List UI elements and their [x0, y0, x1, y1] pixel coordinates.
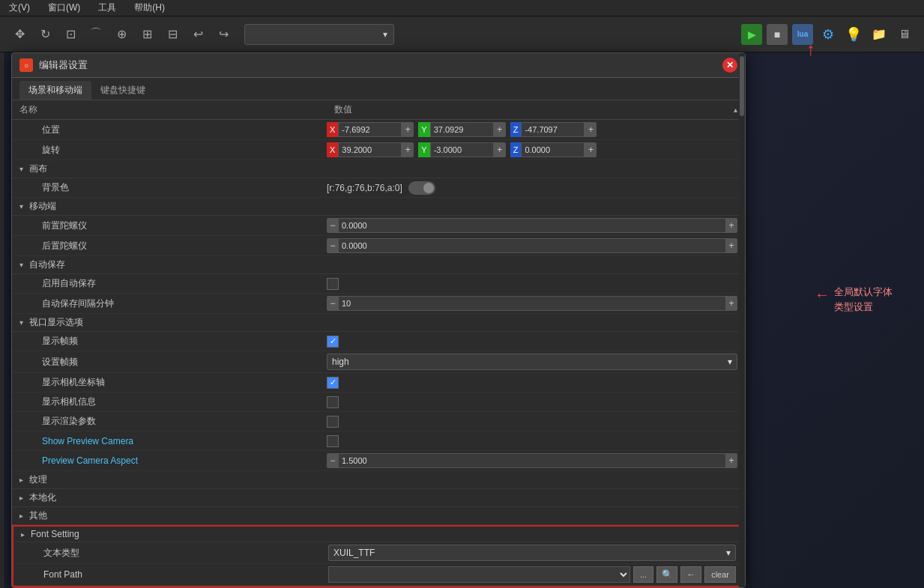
stop-button[interactable]: ■	[767, 24, 788, 45]
position-x-plus[interactable]: +	[402, 122, 414, 137]
tab-scene-mobile[interactable]: 场景和移动端	[19, 81, 91, 100]
show-preview-camera-checkbox[interactable]	[327, 435, 339, 447]
position-z-plus[interactable]: +	[585, 122, 597, 137]
autosave-interval-minus[interactable]: −	[327, 296, 339, 311]
rotation-z-field[interactable]	[521, 142, 585, 157]
position-y-input[interactable]: Y +	[418, 122, 505, 137]
viewport-section-header[interactable]: ▾ 视口显示选项	[12, 314, 745, 332]
curve-icon[interactable]: ⌒	[85, 24, 106, 45]
set-fps-value: high ▾	[327, 354, 737, 370]
globe-icon[interactable]: ⊕	[111, 24, 132, 45]
rotation-z-plus[interactable]: +	[585, 142, 597, 157]
scroll-thumb[interactable]	[740, 56, 744, 116]
text-type-label: 文本类型	[43, 547, 328, 560]
font-setting-header[interactable]: ▸ Font Setting	[13, 527, 743, 542]
annotation-text: 全局默认字体类型设置	[834, 285, 902, 314]
x-label: X	[327, 122, 338, 137]
grid-icon[interactable]: ⊟	[162, 24, 183, 45]
preview-aspect-plus[interactable]: +	[725, 453, 737, 468]
bg-color-toggle[interactable]	[408, 181, 435, 195]
localization-section-header[interactable]: ▸ 本地化	[12, 489, 745, 507]
set-fps-dropdown[interactable]: high ▾	[327, 354, 737, 370]
autosave-interval-plus[interactable]: +	[725, 296, 737, 311]
editor-settings-modal: ○ 编辑器设置 ✕ 场景和移动端 键盘快捷键 名称 数值 ▴	[11, 52, 746, 588]
autosave-interval-field[interactable]	[339, 296, 725, 311]
menu-item-file[interactable]: 文(V)	[6, 0, 33, 16]
show-fps-value	[327, 336, 737, 348]
menu-item-tools[interactable]: 工具	[95, 0, 119, 16]
show-render-params-label: 显示渲染参数	[42, 415, 327, 428]
folder-button[interactable]: 📁	[869, 24, 890, 45]
tab-keyboard-shortcuts[interactable]: 键盘快捷键	[91, 81, 154, 100]
front-gyro-minus[interactable]: −	[327, 218, 339, 233]
position-z-input[interactable]: Z +	[510, 122, 597, 137]
position-y-field[interactable]	[430, 122, 494, 137]
front-gyro-plus[interactable]: +	[725, 218, 737, 233]
canvas-section-header[interactable]: ▾ 画布	[12, 160, 745, 178]
rotation-y-input[interactable]: Y +	[418, 142, 505, 157]
rotate-icon[interactable]: ↻	[34, 24, 55, 45]
show-render-params-checkbox[interactable]	[327, 416, 339, 428]
move-icon[interactable]: ✥	[9, 24, 30, 45]
preview-aspect-minus[interactable]: −	[327, 453, 339, 468]
front-gyro-field[interactable]	[339, 218, 725, 233]
localization-arrow-icon: ▸	[19, 494, 23, 502]
modal-close-button[interactable]: ✕	[722, 58, 737, 73]
column-headers: 名称 数值 ▴	[12, 100, 745, 120]
autosave-section-header[interactable]: ▾ 自动保存	[12, 256, 745, 274]
back-gyro-plus[interactable]: +	[725, 238, 737, 253]
viewport-label: 视口显示选项	[29, 316, 83, 329]
enable-autosave-checkbox[interactable]	[327, 278, 339, 290]
preview-aspect-field[interactable]	[339, 453, 725, 468]
rotation-z-input[interactable]: Z +	[510, 142, 597, 157]
other-section-header[interactable]: ▸ 其他	[12, 507, 745, 525]
back-gyro-minus[interactable]: −	[327, 238, 339, 253]
toggle-knob	[423, 183, 434, 193]
light-button[interactable]: 💡	[843, 24, 864, 45]
rotation-x-plus[interactable]: +	[402, 142, 414, 157]
scale-icon[interactable]: ⊡	[60, 24, 81, 45]
font-path-browse-button[interactable]: ...	[633, 566, 653, 583]
font-path-search-button[interactable]: 🔍	[656, 566, 677, 583]
menu-item-help[interactable]: 帮助(H)	[131, 0, 168, 16]
back-gyro-field[interactable]	[339, 238, 725, 253]
rotation-x-field[interactable]	[338, 142, 402, 157]
position-z-field[interactable]	[521, 122, 585, 137]
z-label: Z	[510, 122, 522, 137]
preview-camera-aspect-row: Preview Camera Aspect − +	[12, 451, 745, 471]
text-type-dropdown[interactable]: XUIL_TTF ▾	[328, 545, 736, 561]
show-preview-camera-label: Show Preview Camera	[42, 436, 327, 446]
redo-icon[interactable]: ↪	[213, 24, 234, 45]
show-camera-axis-checkbox[interactable]	[327, 377, 339, 389]
menu-item-window[interactable]: 窗口(W)	[45, 0, 83, 16]
undo-icon[interactable]: ↩	[187, 24, 208, 45]
font-path-back-button[interactable]: ←	[680, 566, 701, 583]
rotation-x-input[interactable]: X +	[327, 142, 414, 157]
position-x-field[interactable]	[338, 122, 402, 137]
show-camera-info-checkbox[interactable]	[327, 396, 339, 408]
sort-icon[interactable]: ▴	[734, 106, 737, 114]
frame-icon[interactable]: ⊞	[136, 24, 157, 45]
bg-color-value: [r:76,g:76,b:76,a:0]	[327, 181, 737, 195]
rotation-y-plus[interactable]: +	[494, 142, 506, 157]
modal-tabs: 场景和移动端 键盘快捷键	[12, 78, 745, 100]
position-y-plus[interactable]: +	[494, 122, 506, 137]
texture-section-header[interactable]: ▸ 纹理	[12, 471, 745, 489]
monitor-button[interactable]: 🖥	[894, 24, 915, 45]
scene-dropdown[interactable]: ▾	[244, 24, 394, 45]
preview-camera-aspect-label: Preview Camera Aspect	[42, 455, 327, 466]
play-button[interactable]: ▶	[741, 24, 762, 45]
position-x-input[interactable]: X +	[327, 122, 414, 137]
show-render-params-value	[327, 416, 737, 428]
front-gyro-value: − +	[327, 218, 737, 233]
show-fps-checkbox[interactable]	[327, 336, 339, 348]
font-path-dropdown[interactable]	[328, 566, 630, 583]
fps-chevron-icon: ▾	[728, 357, 732, 367]
scroll-indicator[interactable]	[739, 53, 745, 587]
text-type-value: XUIL_TTF ▾	[328, 545, 736, 561]
rotation-y-field[interactable]	[430, 142, 494, 157]
font-path-clear-button[interactable]: clear	[704, 566, 736, 583]
movement-section-header[interactable]: ▾ 移动端	[12, 198, 745, 216]
show-render-params-row: 显示渲染参数	[12, 412, 745, 431]
settings-button[interactable]: ⚙	[818, 24, 839, 45]
